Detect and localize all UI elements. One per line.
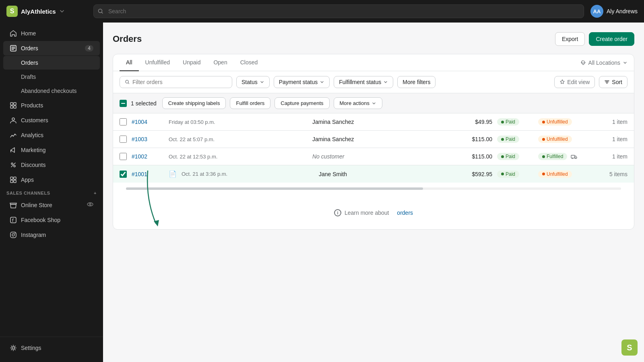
- more-actions-label: More actions: [340, 100, 369, 106]
- filter-orders-input[interactable]: [132, 79, 227, 85]
- sidebar-item-drafts[interactable]: Drafts: [3, 70, 100, 84]
- filter-search-icon: [125, 79, 130, 85]
- sales-channels-label: SALES CHANNELS: [6, 191, 50, 195]
- orders-link[interactable]: orders: [397, 210, 413, 216]
- location-icon: [580, 60, 586, 66]
- sidebar-item-online-store[interactable]: Online Store: [3, 197, 100, 212]
- payment-chevron-icon: [320, 80, 324, 84]
- table-row: #1002 Oct. 22 at 12:53 p.m. No customer …: [113, 148, 634, 165]
- sidebar-orders-sub-label: Orders: [21, 60, 38, 66]
- customers-icon: [10, 117, 17, 124]
- tab-closed[interactable]: Closed: [234, 54, 264, 71]
- order-customer-1001: Jane Smith: [319, 171, 451, 177]
- sidebar-settings-label: Settings: [21, 345, 41, 351]
- edit-view-button[interactable]: Edit view: [554, 76, 595, 88]
- sidebar-instagram-label: Instagram: [21, 232, 46, 238]
- doc-icon-1001[interactable]: 📄: [169, 170, 177, 178]
- bulk-actions-bar: 1 selected Create shipping labels Fulfil…: [113, 93, 634, 113]
- create-shipping-labels-button[interactable]: Create shipping labels: [162, 97, 226, 109]
- order-fulfillment-1003: Unfulfilled: [538, 136, 590, 143]
- fulfillment-chevron-icon: [383, 80, 388, 84]
- svg-rect-12: [14, 180, 16, 183]
- create-order-button[interactable]: Create order: [589, 32, 634, 46]
- bulk-deselect-button[interactable]: [120, 100, 127, 107]
- row-checkbox-1004[interactable]: [120, 118, 127, 125]
- more-filters-button[interactable]: More filters: [397, 76, 436, 88]
- sidebar-marketing-label: Marketing: [21, 147, 45, 153]
- tab-open[interactable]: Open: [207, 54, 233, 71]
- location-filter[interactable]: All Locations: [580, 54, 627, 71]
- tab-unfulfilled[interactable]: Unfulfilled: [139, 54, 176, 71]
- sidebar-item-discounts[interactable]: Discounts: [3, 158, 100, 172]
- order-fulfillment-1004: Unfulfilled: [538, 118, 590, 125]
- discounts-icon: [10, 161, 17, 169]
- row-checkbox-1001[interactable]: [120, 171, 127, 178]
- order-amount-1004: $49.95: [456, 119, 492, 125]
- sidebar-item-marketing[interactable]: Marketing: [3, 143, 100, 157]
- fulfillment-status-filter-button[interactable]: Fulfillment status: [334, 76, 393, 88]
- scroll-thumb: [126, 187, 423, 190]
- svg-point-17: [12, 234, 14, 236]
- instagram-icon: [10, 231, 17, 239]
- sidebar-item-apps[interactable]: Apps: [3, 173, 100, 187]
- star-icon: [559, 79, 565, 85]
- export-button[interactable]: Export: [555, 32, 585, 46]
- sidebar-item-customers[interactable]: Customers: [3, 113, 100, 128]
- svg-rect-2: [10, 103, 13, 105]
- fulfill-orders-button[interactable]: Fulfill orders: [230, 97, 270, 109]
- order-amount-1001: $592.95: [456, 171, 492, 177]
- order-date-1001: Oct. 21 at 3:36 p.m.: [182, 171, 314, 177]
- sidebar-item-orders[interactable]: Orders 4: [3, 41, 100, 56]
- eye-icon[interactable]: [87, 201, 93, 209]
- products-icon: [10, 102, 17, 109]
- brand-logo[interactable]: S AlyAthletics: [6, 6, 87, 17]
- tab-all[interactable]: All: [120, 54, 139, 71]
- sidebar-item-analytics[interactable]: Analytics: [3, 128, 100, 142]
- payment-status-filter-button[interactable]: Payment status: [274, 76, 330, 88]
- svg-rect-9: [10, 177, 13, 179]
- edit-view-label: Edit view: [567, 79, 590, 85]
- sidebar-item-instagram[interactable]: Instagram: [3, 228, 100, 242]
- row-checkbox-1003[interactable]: [120, 136, 127, 143]
- sidebar-item-home[interactable]: Home: [3, 26, 100, 41]
- sidebar-home-label: Home: [21, 30, 36, 37]
- order-fulfillment-1002: Fulfilled: [538, 153, 590, 160]
- add-sales-channel-button[interactable]: +: [94, 191, 97, 195]
- sort-button[interactable]: Sort: [599, 76, 627, 88]
- orders-card: All Unfulfilled Unpaid Open Closed All L…: [113, 54, 634, 230]
- user-menu[interactable]: AA Aly Andrews: [590, 5, 638, 18]
- order-date-1002: Oct. 22 at 12:53 p.m.: [169, 154, 308, 160]
- svg-point-8: [14, 165, 15, 167]
- tab-unpaid[interactable]: Unpaid: [176, 54, 207, 71]
- more-filters-label: More filters: [402, 79, 430, 85]
- capture-payments-button[interactable]: Capture payments: [275, 97, 329, 109]
- order-id-1002[interactable]: #1002: [132, 153, 164, 160]
- order-id-1003[interactable]: #1003: [132, 136, 164, 142]
- apps-icon: [10, 176, 17, 183]
- more-actions-button[interactable]: More actions: [334, 97, 382, 109]
- order-items-1002: 1 item: [595, 153, 627, 160]
- order-date-1004: Friday at 03:50 p.m.: [169, 119, 308, 125]
- order-id-1004[interactable]: #1004: [132, 119, 164, 125]
- order-payment-1002: Paid: [497, 153, 533, 160]
- truck-icon: [571, 153, 577, 160]
- row-checkbox-1002[interactable]: [120, 153, 127, 160]
- brand-dropdown-icon: [59, 8, 65, 14]
- analytics-icon: [10, 132, 17, 139]
- sidebar-item-settings[interactable]: Settings: [3, 341, 100, 355]
- order-id-1001[interactable]: #1001: [132, 171, 164, 177]
- sidebar-item-products[interactable]: Products: [3, 98, 100, 113]
- topbar: S AlyAthletics AA Aly Andrews: [0, 0, 644, 23]
- order-customer-1002: No customer: [312, 153, 451, 160]
- svg-rect-5: [14, 106, 16, 108]
- order-items-1004: 1 item: [595, 119, 627, 125]
- search-input[interactable]: [93, 4, 584, 18]
- table-row: #1001 📄 Oct. 21 at 3:36 p.m. Jane Smith …: [113, 165, 634, 183]
- sidebar-item-facebook-shop[interactable]: Facebook Shop: [3, 213, 100, 227]
- shopify-bottom-logo: S: [621, 339, 638, 356]
- status-filter-button[interactable]: Status: [236, 76, 270, 88]
- status-chevron-icon: [260, 80, 264, 84]
- sidebar-item-abandoned[interactable]: Abandoned checkouts: [3, 84, 100, 98]
- order-items-1003: 1 item: [595, 136, 627, 142]
- sidebar-item-orders-sub[interactable]: Orders: [3, 56, 100, 70]
